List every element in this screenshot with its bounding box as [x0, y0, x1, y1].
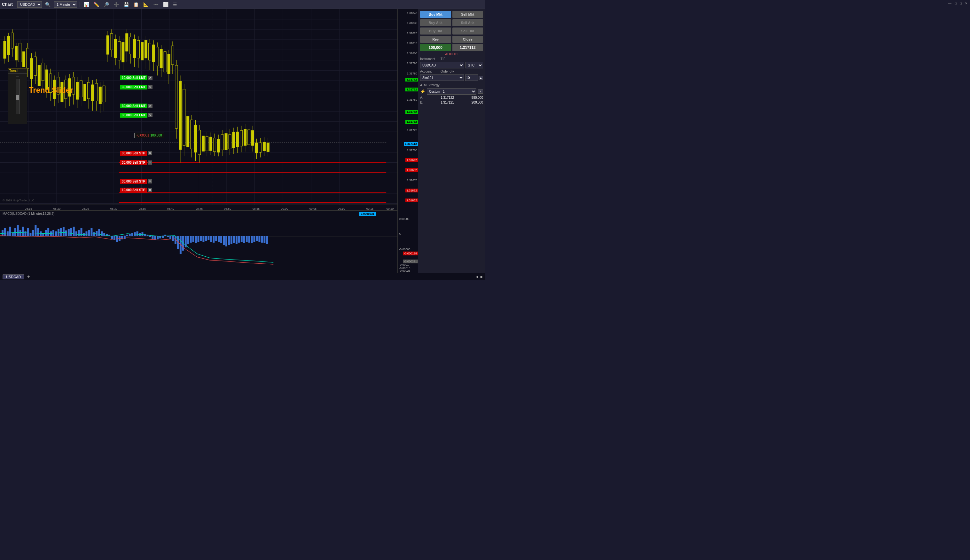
instrument-row: Instrument TIF: [420, 57, 483, 61]
symbol-select[interactable]: USDCAD: [17, 1, 42, 8]
svg-rect-103: [118, 41, 120, 60]
svg-rect-266: [207, 236, 209, 240]
order-cancel-1[interactable]: ✕: [148, 76, 153, 80]
svg-rect-194: [25, 232, 27, 236]
sell-bid-button[interactable]: Sell Bid: [452, 27, 483, 35]
svg-rect-285: [256, 236, 258, 241]
buy-mkt-button[interactable]: Buy Mkt: [420, 11, 451, 18]
trend-widget[interactable]: Trend — —: [8, 68, 27, 124]
zoom-out-icon[interactable]: 🔎: [102, 2, 110, 7]
bar-chart-icon[interactable]: 📊: [82, 2, 90, 7]
svg-rect-274: [228, 236, 230, 245]
atm-select[interactable]: Custom - 1: [427, 88, 477, 95]
svg-rect-284: [253, 236, 255, 242]
tab-add-button[interactable]: +: [27, 274, 30, 279]
svg-rect-188: [9, 227, 11, 236]
scroll-right-button[interactable]: ■: [480, 275, 482, 279]
price-display-value: 1.317112: [452, 44, 483, 51]
chart-area: Trend — — Trend Slider 10,000 Sell LMT: [0, 9, 418, 273]
account-select[interactable]: Sim101: [420, 75, 464, 81]
sell-mkt-button[interactable]: Sell Mkt: [452, 11, 483, 18]
svg-rect-287: [261, 236, 263, 243]
trend-slider-track[interactable]: [16, 79, 20, 114]
order-cancel-3[interactable]: ✕: [148, 104, 153, 108]
order-qty-up[interactable]: ▲: [478, 76, 483, 80]
price-chart-inner[interactable]: Trend — — Trend Slider 10,000 Sell LMT: [0, 9, 397, 211]
order-cancel-5[interactable]: ✕: [148, 151, 152, 155]
order-sell-stp-1[interactable]: 30,000 Sell STP ✕: [120, 151, 152, 156]
svg-rect-271: [220, 236, 222, 243]
svg-rect-91: [95, 83, 98, 101]
order-sell-lmt-4[interactable]: 30,000 Sell LMT ✕: [120, 113, 153, 118]
price-lmt-1.31742: 1.31742: [405, 110, 418, 114]
svg-rect-265: [205, 236, 207, 241]
order-qty-input[interactable]: [465, 75, 478, 81]
order-qty-label: Order qty: [440, 70, 460, 73]
time-label-0910: 09:10: [338, 207, 345, 210]
buy-bid-button[interactable]: Buy Bid: [420, 27, 451, 35]
svg-rect-135: [179, 81, 182, 150]
svg-rect-218: [85, 232, 87, 236]
svg-rect-286: [258, 236, 260, 242]
time-label-0815: 08:15: [25, 207, 32, 210]
close-button[interactable]: Close: [452, 36, 483, 43]
time-label-0915: 09:15: [367, 207, 374, 210]
svg-rect-225: [103, 233, 105, 236]
scroll-left-button[interactable]: ◄: [475, 275, 479, 279]
svg-rect-281: [246, 236, 248, 242]
price-1.31700: 1.31700: [407, 148, 417, 152]
svg-rect-123: [156, 47, 158, 66]
search-icon[interactable]: 🔍: [44, 2, 52, 7]
order-sell-stp-2[interactable]: 30,000 Sell STP ✕: [120, 160, 152, 165]
svg-rect-198: [35, 225, 37, 236]
svg-rect-161: [228, 135, 231, 149]
timeframe-select[interactable]: 1 Minute: [54, 1, 77, 8]
sell-ask-button[interactable]: Sell Ask: [452, 19, 483, 26]
order-sell-lmt-3[interactable]: 30,000 Sell LMT ✕: [120, 103, 153, 108]
grid-icon[interactable]: ⬜: [162, 2, 170, 7]
svg-rect-200: [40, 232, 42, 236]
properties-icon[interactable]: 📐: [142, 2, 150, 7]
time-label-0840: 08:40: [167, 207, 175, 210]
order-cancel-2[interactable]: ✕: [148, 85, 153, 89]
order-sell-lmt-1[interactable]: 10,000 Sell LMT ✕: [120, 75, 153, 80]
macd-panel[interactable]: MACD(USDCAD (1 Minute),12,26,9): [0, 211, 397, 273]
indicator-icon[interactable]: 〰️: [152, 2, 160, 7]
atm-dropdown-button[interactable]: ▼: [478, 89, 483, 93]
svg-rect-109: [130, 37, 132, 54]
order-sell-stp-4[interactable]: 10,000 Sell STP ✕: [120, 188, 152, 192]
template-icon[interactable]: 📋: [132, 2, 140, 7]
account-label: Account: [420, 70, 439, 73]
instrument-select[interactable]: USDCAD: [420, 62, 464, 68]
trend-slider-thumb[interactable]: [16, 95, 19, 100]
time-label-0850: 08:50: [224, 207, 232, 210]
svg-rect-173: [252, 130, 254, 145]
tab-usdcad[interactable]: USDCAD: [3, 274, 24, 279]
lightning-icon: ⚡: [420, 89, 425, 94]
cursor-icon[interactable]: ✏️: [92, 2, 100, 7]
time-label-0855: 08:55: [253, 207, 260, 210]
order-cancel-4[interactable]: ✕: [148, 113, 153, 117]
save-icon[interactable]: 💾: [122, 2, 130, 7]
buy-ask-button[interactable]: Buy Ask: [420, 19, 451, 26]
svg-rect-199: [37, 228, 39, 236]
trade-buttons-row-4: Rev Close: [420, 36, 483, 43]
tif-select[interactable]: GTC: [465, 62, 483, 68]
svg-rect-119: [148, 43, 151, 60]
a-qty: 580,000: [472, 96, 483, 99]
order-sell-lmt-2[interactable]: 30,000 Sell LMT ✕: [120, 85, 153, 90]
order-cancel-6[interactable]: ✕: [148, 160, 152, 165]
svg-rect-155: [217, 139, 220, 152]
order-sell-stp-3[interactable]: 30,000 Sell STP ✕: [120, 179, 152, 184]
order-cancel-7[interactable]: ✕: [148, 179, 152, 183]
svg-rect-223: [98, 229, 100, 236]
rev-button[interactable]: Rev: [420, 36, 451, 43]
ab-row-a: A: 1.317122 580,000: [420, 96, 483, 99]
order-cancel-8[interactable]: ✕: [148, 188, 152, 192]
price-lmt-1.31762: 1.31762: [405, 88, 418, 92]
menu-icon[interactable]: ☰: [172, 2, 178, 7]
svg-rect-288: [263, 236, 265, 243]
svg-rect-206: [55, 232, 57, 236]
svg-rect-129: [168, 54, 170, 74]
zoom-in-icon[interactable]: ➕: [112, 2, 120, 7]
